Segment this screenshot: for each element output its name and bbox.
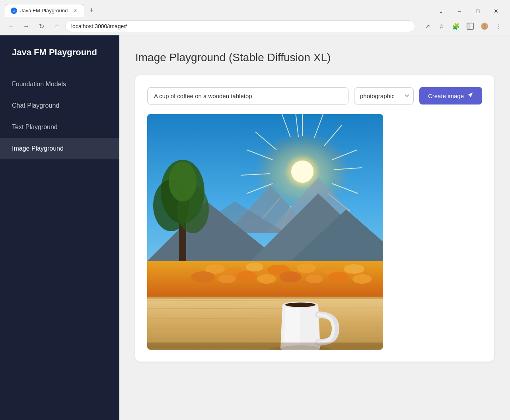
refresh-button[interactable]: ↻ xyxy=(35,20,48,33)
sidebar-item-text-playground[interactable]: Text Playground xyxy=(0,116,119,138)
generated-image xyxy=(147,114,383,350)
generated-image-container xyxy=(147,114,383,350)
send-icon xyxy=(467,92,473,100)
svg-point-48 xyxy=(236,271,257,281)
back-button[interactable]: ← xyxy=(5,20,18,33)
extensions-button[interactable]: 🧩 xyxy=(450,20,462,33)
browser-chrome: J Java FM Playground ✕ + ⌄ − □ ✕ ← → ↻ ⌂… xyxy=(0,0,510,35)
new-tab-button[interactable]: + xyxy=(86,5,97,16)
svg-point-50 xyxy=(279,271,302,283)
app-layout: Java FM Playground Foundation Models Cha… xyxy=(0,35,510,420)
share-button[interactable]: ↗ xyxy=(421,20,434,33)
svg-point-52 xyxy=(328,272,348,282)
svg-rect-2 xyxy=(467,23,473,29)
nav-bar: ← → ↻ ⌂ localhost:3000/image# ↗ ☆ 🧩 ⋮ xyxy=(0,17,510,35)
home-button[interactable]: ⌂ xyxy=(50,20,63,33)
url-display: localhost:3000/image# xyxy=(71,23,409,29)
profile-button[interactable] xyxy=(478,20,491,33)
window-controls: ⌄ − □ ✕ xyxy=(432,5,505,17)
svg-point-26 xyxy=(291,161,313,183)
sidebar-item-image-playground[interactable]: Image Playground xyxy=(0,138,119,159)
style-select[interactable]: photographic digital-art cinematic anime… xyxy=(354,87,414,105)
svg-point-53 xyxy=(352,274,372,284)
svg-point-51 xyxy=(306,275,323,283)
browser-tab[interactable]: J Java FM Playground ✕ xyxy=(5,4,84,17)
sidebar-item-chat-playground[interactable]: Chat Playground xyxy=(0,95,119,116)
svg-text:J: J xyxy=(13,10,15,12)
svg-point-49 xyxy=(257,274,276,284)
tab-favicon: J xyxy=(11,8,17,14)
tab-close-button[interactable]: ✕ xyxy=(72,8,78,14)
svg-rect-67 xyxy=(147,343,383,350)
sidebar-toggle-button[interactable] xyxy=(464,20,477,33)
svg-point-43 xyxy=(297,263,316,273)
prompt-input[interactable] xyxy=(147,87,348,105)
title-bar: J Java FM Playground ✕ + ⌄ − □ ✕ xyxy=(0,0,510,17)
sidebar-item-foundation-models[interactable]: Foundation Models xyxy=(0,74,119,95)
svg-rect-61 xyxy=(147,296,383,299)
forward-button[interactable]: → xyxy=(20,20,33,33)
svg-point-5 xyxy=(483,24,486,27)
page-title: Image Playground (Stable Diffusion XL) xyxy=(135,51,494,64)
svg-point-46 xyxy=(191,271,215,283)
content-card: photographic digital-art cinematic anime… xyxy=(135,75,494,362)
main-content: Image Playground (Stable Diffusion XL) p… xyxy=(119,35,510,420)
window-maximize-button[interactable]: □ xyxy=(469,5,487,17)
more-options-button[interactable]: ⋮ xyxy=(492,20,505,33)
svg-rect-54 xyxy=(147,297,383,350)
create-button-label: Create image xyxy=(428,93,464,99)
svg-point-37 xyxy=(169,162,197,201)
sidebar: Java FM Playground Foundation Models Cha… xyxy=(0,35,119,420)
svg-point-47 xyxy=(218,275,236,283)
bookmark-button[interactable]: ☆ xyxy=(435,20,448,33)
controls-row: photographic digital-art cinematic anime… xyxy=(147,87,482,105)
window-close-button[interactable]: ✕ xyxy=(487,5,505,17)
window-chevron-button[interactable]: ⌄ xyxy=(432,5,450,17)
window-minimize-button[interactable]: − xyxy=(450,5,469,17)
sidebar-title: Java FM Playground xyxy=(0,47,119,74)
svg-point-65 xyxy=(285,303,315,307)
nav-actions: ↗ ☆ 🧩 ⋮ xyxy=(421,20,505,33)
sidebar-nav: Foundation Models Chat Playground Text P… xyxy=(0,74,119,159)
tab-title: Java FM Playground xyxy=(20,8,69,14)
svg-point-41 xyxy=(246,263,263,271)
address-bar[interactable]: localhost:3000/image# xyxy=(65,20,415,32)
create-image-button[interactable]: Create image xyxy=(419,87,482,105)
svg-point-45 xyxy=(344,264,364,274)
